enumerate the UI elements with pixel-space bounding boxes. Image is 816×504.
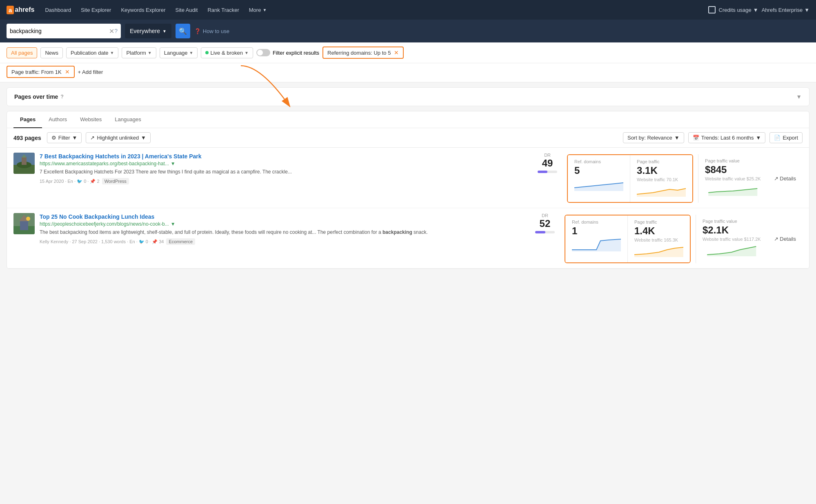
pages-over-time-title: Pages over time ?	[14, 93, 64, 100]
export-button[interactable]: 📄 Export	[769, 132, 803, 143]
dr-bar-wrap-1	[538, 171, 557, 173]
nav-dashboard[interactable]: Dashboard	[41, 0, 75, 20]
result-row-2: Top 25 No Cook Backpacking Lunch Ideas h…	[7, 208, 809, 269]
live-dot-icon	[205, 51, 209, 54]
trends-button[interactable]: 📅 Trends: Last 6 months ▼	[688, 132, 766, 143]
result-meta-1: 15 Apr 2020 · En · 🐦 0 · 📌 2 WordPress	[40, 178, 528, 184]
filters-area-row2: Page traffic: From 1K ✕ + Add filter	[0, 63, 816, 82]
dr-bar-2	[535, 231, 545, 233]
tabs: Pages Authors Websites Languages	[7, 111, 809, 128]
nav-site-explorer[interactable]: Site Explorer	[77, 0, 115, 20]
dr-label-1: DR	[538, 153, 557, 158]
enterprise-label[interactable]: Ahrefs Enterprise ▼	[762, 7, 809, 13]
ptv-label-1: Page traffic value	[705, 158, 761, 163]
page-traffic-close-icon[interactable]: ✕	[65, 69, 70, 75]
search-input-wrap: ✕ ?	[7, 24, 121, 38]
ref-domains-cell-1: Ref. domains 5	[568, 155, 630, 202]
filter-explicit-toggle[interactable]	[256, 49, 270, 56]
ptv-label-2: Page traffic value	[703, 219, 761, 224]
page-traffic-value-cell-1: Page traffic value $845 Website traffic …	[698, 154, 767, 203]
filter-live-broken[interactable]: Live & broken ▼	[201, 47, 253, 58]
filter-platform[interactable]: Platform ▼	[122, 47, 156, 58]
results-toolbar: 493 pages ⚙ Filter ▼ ↗ Highlight unlinke…	[7, 128, 809, 148]
result-url-2[interactable]: https://peopleschoicebeefjerky.com/blogs…	[40, 221, 525, 227]
page-count: 493 pages	[13, 135, 41, 141]
ref-domains-chart-2	[572, 237, 621, 251]
platform-tag-2: Ecommerce	[166, 238, 195, 245]
svg-point-9	[26, 217, 30, 221]
logo-icon: a	[7, 6, 14, 14]
pages-over-time-help-icon: ?	[60, 94, 63, 100]
platform-tag-1: WordPress	[102, 178, 129, 184]
dr-bar-1	[538, 171, 547, 173]
result-row: 7 Best Backpacking Hatchets in 2023 | Am…	[7, 148, 809, 208]
page-traffic-label-2: Page traffic	[634, 220, 683, 224]
search-button[interactable]: 🔍	[176, 24, 190, 38]
calendar-icon: 📅	[693, 135, 699, 141]
page-traffic-chart-2	[634, 242, 683, 257]
sort-caret-icon: ▼	[674, 135, 680, 141]
tab-websites[interactable]: Websites	[73, 111, 108, 128]
filter-icon: ⚙	[51, 135, 56, 141]
referring-domains-close-icon[interactable]: ✕	[394, 49, 399, 56]
logo: a ahrefs	[7, 6, 34, 14]
metrics-group-1: Ref. domains 5 Page traffic 3.1K Website…	[567, 154, 693, 203]
wtv-1: Website traffic value $25.2K	[705, 176, 761, 181]
filter-caret-icon: ▼	[72, 135, 78, 141]
result-title-1[interactable]: 7 Best Backpacking Hatchets in 2023 | Am…	[40, 153, 202, 160]
filter-page-traffic[interactable]: Page traffic: From 1K ✕	[7, 66, 75, 78]
svg-rect-7	[20, 220, 28, 230]
pages-over-time-chevron-icon: ▼	[796, 93, 802, 100]
search-input[interactable]	[10, 28, 107, 34]
metrics-right-2: Page traffic value $2.1K Website traffic…	[696, 215, 803, 263]
nav-more[interactable]: More ▼	[245, 0, 271, 20]
filter-language[interactable]: Language ▼	[160, 47, 198, 58]
highlight-unlinked-button[interactable]: ↗ Highlight unlinked ▼	[86, 132, 151, 143]
url-arrow-icon-1: ▼	[171, 161, 176, 167]
ptv-chart-2	[703, 242, 761, 256]
dr-bar-wrap-2	[535, 231, 555, 233]
credits-usage[interactable]: Credits usage ▼	[719, 7, 758, 13]
metrics-group-2: Ref. domains 1 Page traffic 1.4K Website…	[565, 215, 691, 263]
tab-languages[interactable]: Languages	[108, 111, 147, 128]
result-thumbnail-1	[13, 153, 35, 174]
filter-news[interactable]: News	[40, 47, 63, 58]
filter-all-pages[interactable]: All pages	[7, 47, 37, 58]
result-main-1: 7 Best Backpacking Hatchets in 2023 | Am…	[40, 153, 528, 203]
nav-keywords-explorer[interactable]: Keywords Explorer	[117, 0, 169, 20]
ref-domains-value-1: 5	[574, 165, 623, 176]
result-dr-2: DR 52	[530, 213, 560, 263]
page-traffic-cell-2: Page traffic 1.4K Website traffic 165.3K	[628, 215, 690, 262]
how-to-use[interactable]: ❓ How to use	[194, 28, 229, 34]
ptv-chart-1	[705, 181, 761, 196]
search-bar: ✕ ? Everywhere ▼ 🔍 ❓ How to use	[0, 20, 816, 42]
search-help-icon[interactable]: ?	[114, 28, 118, 34]
tab-authors[interactable]: Authors	[42, 111, 73, 128]
filter-toolbar-button[interactable]: ⚙ Filter ▼	[47, 132, 82, 143]
sort-button[interactable]: Sort by: Relevance ▼	[623, 132, 684, 143]
page-traffic-chart-1	[637, 182, 686, 197]
export-icon: 📄	[774, 135, 780, 141]
details-1[interactable]: ↗ Details	[767, 154, 803, 203]
result-desc-2: The best backpacking food items are ligh…	[40, 229, 525, 236]
pages-over-time[interactable]: Pages over time ? ▼	[7, 87, 809, 106]
metrics-right-1: Page traffic value $845 Website traffic …	[698, 154, 803, 203]
result-title-2[interactable]: Top 25 No Cook Backpacking Lunch Ideas	[40, 213, 154, 220]
nav-rank-tracker[interactable]: Rank Tracker	[203, 0, 243, 20]
svg-rect-3	[22, 157, 27, 165]
nav-site-audit[interactable]: Site Audit	[171, 0, 202, 20]
logo-text: ahrefs	[15, 6, 34, 13]
toggle-knob	[257, 50, 263, 56]
result-url-1[interactable]: https://www.americasstateparks.org/best-…	[40, 161, 528, 167]
clear-search-icon[interactable]: ✕	[109, 27, 114, 35]
filter-publication-date[interactable]: Publication date ▼	[66, 47, 118, 58]
tab-pages[interactable]: Pages	[13, 111, 42, 128]
filter-referring-domains[interactable]: Referring domains: Up to 5 ✕	[322, 47, 404, 59]
details-2[interactable]: ↗ Details	[767, 215, 803, 263]
search-scope-dropdown[interactable]: Everywhere ▼	[125, 24, 171, 38]
add-filter-button[interactable]: + Add filter	[78, 69, 103, 75]
ref-domains-label-1: Ref. domains	[574, 159, 623, 164]
page-traffic-value-2: 1.4K	[634, 225, 683, 237]
dr-value-2: 52	[535, 218, 555, 229]
ref-domains-chart-1	[574, 176, 623, 191]
